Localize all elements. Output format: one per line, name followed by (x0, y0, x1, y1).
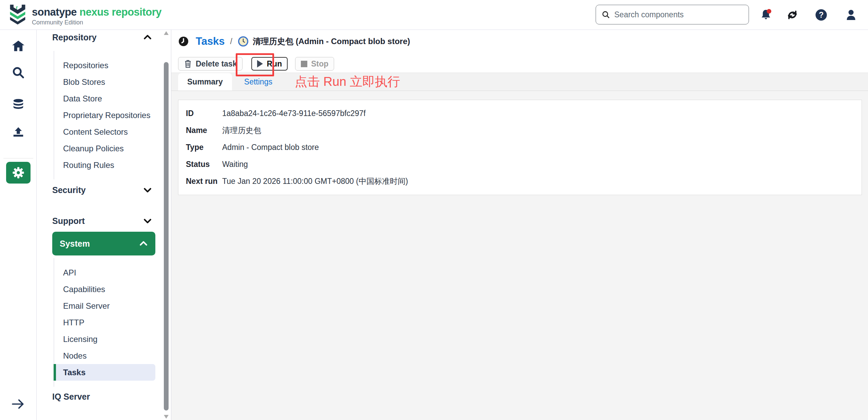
row-value: Tue Jan 20 2026 11:00:00 GMT+0800 (中国标准时… (222, 173, 408, 190)
nav-item-content-selectors[interactable]: Content Selectors (54, 123, 155, 140)
task-clock-icon (238, 36, 249, 47)
nav-item-cleanup-policies[interactable]: Cleanup Policies (54, 140, 155, 157)
search-browse-icon[interactable] (11, 66, 25, 79)
delete-task-button[interactable]: Delete task (178, 57, 243, 71)
row-label: ID (186, 105, 222, 122)
table-row: Status Waiting (186, 156, 408, 173)
search-icon (601, 10, 610, 19)
brand-logo[interactable]: r sonatype nexus repository Community Ed… (8, 4, 161, 26)
svg-text:?: ? (819, 11, 824, 19)
run-button[interactable]: Run (251, 57, 288, 71)
home-icon[interactable] (11, 39, 25, 53)
sonatype-logo-icon: r (8, 4, 27, 25)
delete-task-label: Delete task (196, 59, 237, 69)
repository-submenu: Repositories Blob Stores Data Store Prop… (54, 51, 155, 179)
row-label: Next run (186, 173, 222, 190)
settings-nav-panel: Repository Repositories Blob Stores Data… (37, 30, 171, 420)
chevron-down-icon (142, 216, 153, 226)
scrollbar-up-arrow[interactable] (164, 31, 169, 35)
nav-item-blob-stores[interactable]: Blob Stores (54, 74, 155, 90)
tab-settings[interactable]: Settings (244, 73, 272, 91)
breadcrumb: Tasks / 清理历史包 (Admin - Compact blob stor… (178, 35, 868, 47)
nav-section-security[interactable]: Security (52, 183, 155, 197)
row-value: Waiting (222, 156, 408, 173)
nav-item-tasks[interactable]: Tasks (54, 364, 155, 381)
row-value: 清理历史包 (222, 122, 408, 139)
task-summary-table: ID 1a8aba24-1c26-4e73-911e-56597bfc297f … (186, 105, 408, 190)
component-search[interactable] (596, 5, 749, 24)
run-label: Run (267, 59, 282, 69)
nav-item-licensing[interactable]: Licensing (54, 331, 155, 347)
breadcrumb-separator: / (230, 37, 232, 46)
nav-section-support[interactable]: Support (52, 213, 155, 228)
row-label: Name (186, 122, 222, 139)
tab-summary[interactable]: Summary (178, 73, 232, 91)
nav-item-capabilities[interactable]: Capabilities (54, 281, 155, 298)
svg-text:r: r (16, 4, 18, 10)
row-value: 1a8aba24-1c26-4e73-911e-56597bfc297f (222, 105, 408, 122)
upload-icon[interactable] (11, 126, 25, 139)
row-label: Type (186, 139, 222, 156)
icon-rail (0, 30, 37, 420)
nav-item-email-server[interactable]: Email Server (54, 298, 155, 314)
nav-section-iq-server[interactable]: IQ Server (52, 389, 155, 404)
brand-name: sonatype nexus repository (32, 6, 161, 18)
refresh-icon[interactable] (786, 8, 799, 22)
expand-arrow-icon[interactable] (11, 398, 25, 410)
chevron-up-icon (138, 238, 149, 249)
trash-icon (184, 59, 192, 68)
nav-item-repositories[interactable]: Repositories (54, 57, 155, 74)
chevron-down-icon (142, 185, 153, 195)
scrollbar-thumb[interactable] (164, 62, 169, 411)
main-content: Tasks / 清理历史包 (Admin - Compact blob stor… (171, 30, 868, 420)
system-submenu: API Capabilities Email Server HTTP Licen… (54, 258, 155, 387)
database-icon[interactable] (11, 98, 25, 111)
stop-icon (301, 61, 307, 67)
breadcrumb-task-title: 清理历史包 (Admin - Compact blob store) (253, 36, 410, 47)
nav-section-system[interactable]: System (52, 232, 155, 255)
notifications-bell-icon[interactable] (759, 8, 773, 22)
nav-item-data-store[interactable]: Data Store (54, 90, 155, 107)
gear-icon (12, 166, 25, 179)
stop-button[interactable]: Stop (295, 57, 334, 71)
nav-item-http[interactable]: HTTP (54, 314, 155, 331)
task-toolbar: Delete task Run Stop (178, 57, 868, 71)
play-icon (257, 60, 263, 68)
nav-scrollbar[interactable] (163, 30, 169, 420)
rail-divider (3, 158, 33, 158)
table-row: Type Admin - Compact blob store (186, 139, 408, 156)
table-row: ID 1a8aba24-1c26-4e73-911e-56597bfc297f (186, 105, 408, 122)
top-header: r sonatype nexus repository Community Ed… (0, 0, 868, 30)
nav-section-repository[interactable]: Repository (52, 30, 155, 45)
nav-item-routing-rules[interactable]: Routing Rules (54, 157, 155, 173)
help-icon[interactable]: ? (814, 8, 828, 22)
tab-bar: Summary Settings 点击 Run 立即执行 (171, 73, 868, 91)
table-row: Name 清理历史包 (186, 122, 408, 139)
nav-item-proprietary-repositories[interactable]: Proprietary Repositories (54, 107, 155, 123)
row-value: Admin - Compact blob store (222, 139, 408, 156)
settings-gear-button[interactable] (6, 162, 31, 184)
tasks-clock-icon (178, 36, 189, 47)
row-label: Status (186, 156, 222, 173)
nav-item-api[interactable]: API (54, 264, 155, 281)
brand-edition: Community Edition (32, 19, 161, 26)
search-input[interactable] (614, 10, 743, 19)
chevron-up-icon (142, 32, 153, 42)
task-summary-card: ID 1a8aba24-1c26-4e73-911e-56597bfc297f … (178, 100, 862, 195)
page-head: Tasks / 清理历史包 (Admin - Compact blob stor… (171, 30, 868, 73)
stop-label: Stop (311, 59, 328, 69)
summary-content: ID 1a8aba24-1c26-4e73-911e-56597bfc297f … (171, 91, 868, 420)
breadcrumb-tasks-link[interactable]: Tasks (196, 35, 225, 47)
scrollbar-down-arrow[interactable] (164, 415, 169, 419)
table-row: Next run Tue Jan 20 2026 11:00:00 GMT+08… (186, 173, 408, 190)
nav-item-nodes[interactable]: Nodes (54, 347, 155, 364)
annotation-text: 点击 Run 立即执行 (295, 73, 400, 91)
user-icon[interactable] (844, 8, 858, 22)
